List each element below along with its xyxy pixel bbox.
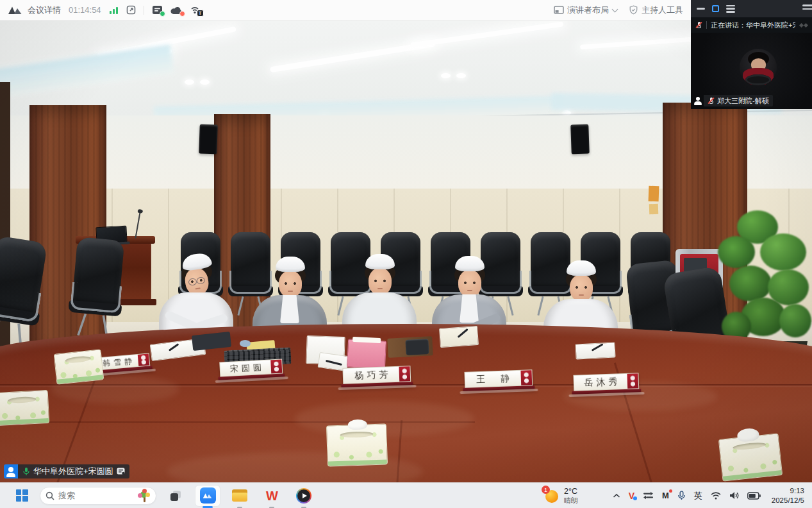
notebook-open (575, 342, 615, 359)
phone (405, 339, 429, 355)
name-placard-5: 岳沐秀 (573, 373, 639, 397)
placard-seal (520, 370, 532, 385)
task-view-button[interactable] (163, 485, 188, 507)
voov-meeting-icon (200, 487, 216, 504)
mic-muted-icon (708, 97, 715, 105)
downlight (185, 80, 194, 85)
name-placard-3: 杨巧芳 (342, 366, 411, 390)
downlight (456, 73, 466, 78)
meeting-detail-button[interactable]: 会议详情 (28, 4, 61, 16)
downlight (200, 80, 210, 85)
active-speaker-banner[interactable]: 正在讲话：华中阜外医院+宋圆.. (691, 17, 812, 33)
tissue-box (54, 349, 104, 384)
office-chair (66, 237, 128, 341)
media-player-icon (296, 488, 311, 504)
caption-translate-icon[interactable]: T (190, 5, 201, 15)
recorder-status-icon[interactable] (152, 5, 163, 15)
placard-name: 宋圆圆 (226, 361, 265, 375)
cloud-status-icon[interactable] (170, 6, 183, 15)
mic-on-icon (22, 467, 30, 476)
weather-temp: 2°C (564, 487, 578, 496)
speaker-name: 华中阜外医院+宋圆圆 (33, 466, 113, 477)
placard-name: 韩雪静 (99, 355, 136, 369)
voov-logo-icon (8, 5, 23, 15)
restore-layout-button[interactable] (712, 5, 719, 12)
tissue-box (718, 433, 783, 481)
weather-widget[interactable]: 1 2°C 晴朗 (540, 483, 582, 508)
host-tools-label: 主持人工具 (642, 4, 683, 16)
network-signal-icon (109, 6, 119, 14)
wall-notice (649, 204, 659, 214)
downlight (441, 73, 451, 78)
placard-seal (399, 366, 410, 382)
participant-video-thumbnail: 郑大三附院-解硕 (691, 33, 812, 109)
taskbar-clock[interactable]: 9:13 2025/12/5 (772, 486, 804, 505)
panel-menu-button[interactable] (726, 5, 735, 13)
participant-role-icon (692, 95, 704, 106)
speaker-role-icon (4, 464, 18, 478)
placard-seal (138, 353, 150, 366)
tissue-box (326, 423, 388, 466)
battery-icon[interactable] (747, 492, 761, 500)
host-tools-button[interactable]: 主持人工具 (629, 4, 683, 16)
taskbar-app-meeting[interactable] (195, 485, 220, 507)
minimize-button[interactable] (697, 8, 705, 10)
wall-speaker (199, 124, 218, 155)
microphone-tray-icon[interactable] (677, 491, 686, 500)
collapse-panel-button[interactable] (802, 4, 812, 12)
search-input[interactable] (58, 491, 130, 500)
tray-expand-chevron[interactable] (613, 493, 620, 498)
placard-seal (627, 373, 638, 389)
voov-tray-icon[interactable]: V (629, 491, 634, 500)
computer-mouse (240, 340, 251, 347)
name-placard-2: 宋圆圆 (219, 359, 283, 382)
taskbar-app-explorer[interactable] (227, 485, 253, 507)
placard-name: 岳沐秀 (581, 376, 621, 389)
file-explorer-icon (232, 489, 247, 502)
ime-indicator[interactable]: 英 (694, 490, 702, 502)
m-tray-icon[interactable]: M (662, 491, 669, 500)
placard-seal (270, 360, 282, 374)
active-speaker-text: 正在讲话：华中阜外医院+宋圆.. (711, 21, 795, 30)
windows-taskbar: W 1 2°C 晴朗 V M (0, 482, 812, 508)
task-view-icon (169, 489, 182, 502)
nurse-cap (365, 254, 395, 269)
taskbar-search[interactable] (40, 487, 156, 505)
participant-name: 郑大三附院-解硕 (717, 96, 769, 106)
name-placard-4: 王 静 (464, 369, 533, 394)
system-tray: V M 英 9:13 2025/12/5 (613, 486, 812, 505)
meeting-timer: 01:14:54 (69, 5, 101, 15)
wps-office-icon: W (266, 489, 278, 502)
clock-date: 2025/12/5 (772, 496, 804, 505)
pink-folder (347, 339, 386, 369)
search-highlight-icon[interactable] (138, 489, 151, 503)
panel-titlebar (691, 0, 812, 17)
weather-condition: 晴朗 (564, 496, 578, 505)
wifi-icon[interactable] (711, 492, 721, 500)
layout-selector[interactable]: 演讲者布局 (554, 4, 617, 16)
participant-panel: 正在讲话：华中阜外医院+宋圆.. 郑大三附院-解硕 (691, 0, 812, 109)
taskbar-app-wps[interactable]: W (259, 485, 285, 507)
taskbar-app-player[interactable] (291, 485, 317, 507)
tissue-box (0, 390, 49, 426)
translate-T-badge: T (197, 10, 204, 17)
wall-speaker (570, 124, 590, 155)
start-button[interactable] (10, 486, 33, 506)
sun-icon: 1 (544, 488, 559, 504)
meeting-app-window: 韩雪静 宋圆圆 杨巧芳 王 静 岳沐秀 (0, 0, 812, 508)
placard-name: 王 静 (473, 373, 513, 385)
main-video-feed: 韩雪静 宋圆圆 杨巧芳 王 静 岳沐秀 (0, 21, 812, 482)
recorder-mini-icon (117, 468, 125, 475)
popout-window-button[interactable] (126, 5, 136, 15)
collapse-chevrons-icon[interactable] (800, 24, 808, 27)
nurse-cap (455, 256, 485, 271)
search-icon (46, 491, 54, 500)
wall-notice (649, 186, 659, 202)
news-badge: 1 (542, 486, 550, 494)
mic-muted-icon (695, 21, 702, 30)
cast-mixer-icon[interactable] (643, 491, 654, 500)
nurse-cap (567, 260, 596, 276)
volume-icon[interactable] (729, 491, 739, 500)
meeting-toolbar: 会议详情 01:14:54 T 演讲者布局 (0, 0, 691, 21)
chevron-down-icon (612, 6, 618, 12)
